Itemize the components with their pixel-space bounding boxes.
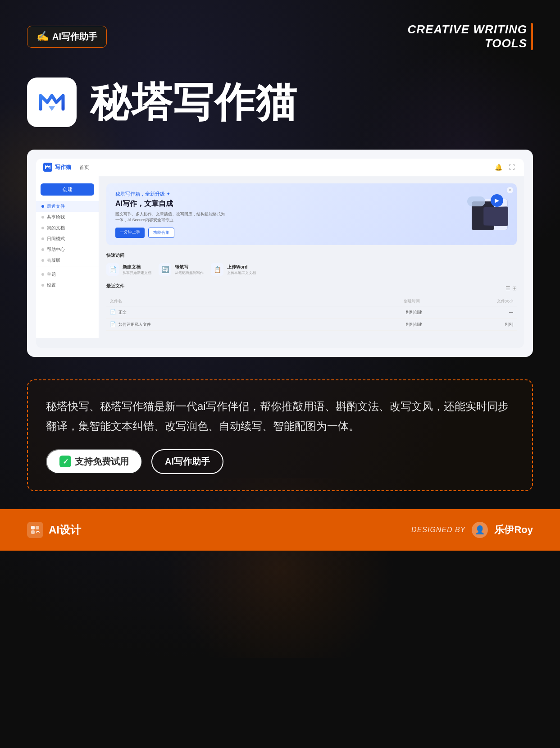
file-name-1: 正文: [118, 310, 300, 315]
sidebar-item-recent[interactable]: 最近文件: [36, 201, 99, 212]
file-icon-2: 📄: [110, 321, 116, 328]
hero-subtitle: 秘塔写作箱，全新升级 ✦: [115, 191, 228, 197]
quick-name-word: 上传Word: [227, 264, 256, 270]
sidebar-label-help: 帮助中心: [47, 246, 65, 253]
sidebar-dot-upgrade: [41, 259, 44, 262]
illus-play-btn: ▶: [491, 194, 503, 207]
bg-glow-bottom: [145, 478, 415, 658]
sidebar-label-upgrade: 去版版: [47, 257, 60, 264]
file-size-1: —: [422, 310, 513, 315]
sidebar-item-upgrade[interactable]: 去版版: [36, 255, 99, 266]
sidebar-item-shared[interactable]: 共享给我: [36, 212, 99, 223]
quick-desc-transfer: 从笔记跨越到写作: [175, 270, 204, 275]
file-date-1: 刚刚创建: [300, 310, 422, 315]
footer-right: DESIGNED BY 👤 乐伊Roy: [411, 522, 533, 538]
quick-desc-word: 上传本地工文文档: [227, 270, 256, 275]
recent-files-header: 最近文件 ☰ ⊞: [106, 283, 517, 294]
btn-ai-label: AI写作助手: [165, 456, 210, 468]
pencil-icon: ✍️: [36, 31, 49, 42]
screenshot-icons: 🔔 ⛶: [493, 162, 517, 172]
quick-item-word[interactable]: 📋 上传Word 上传本地工文文档: [211, 263, 256, 276]
table-header: 文件名 创建时间 文件大小: [106, 296, 517, 306]
file-icon-1: 📄: [110, 309, 116, 315]
grid-view-icon[interactable]: ⊞: [512, 285, 517, 292]
quick-access-list: 📄 新建文档 从零开始新建文档 🔄 转笔写 从笔记跨越到写: [106, 263, 517, 276]
description-box: 秘塔快写、秘塔写作猫是新一代ai写作伴侣，帮你推敲用语、斟酌文法、改写文风，还能…: [27, 379, 533, 491]
footer-avatar: 👤: [472, 522, 488, 538]
recent-view-icons: ☰ ⊞: [505, 285, 517, 292]
screenshot-logo-text: 写作猫: [55, 164, 71, 171]
creative-title-line2: TOOLS: [408, 36, 527, 50]
sidebar-dot-settings: [41, 284, 44, 287]
notification-icon[interactable]: 🔔: [493, 162, 503, 172]
check-mark: ✓: [63, 457, 68, 466]
sidebar-item-theme[interactable]: 主题: [36, 269, 99, 280]
quick-access-title: 快速访问: [106, 252, 517, 259]
sidebar-label-shared: 共享给我: [47, 214, 65, 220]
sidebar-item-mydocs[interactable]: 我的文档: [36, 223, 99, 233]
svg-marker-0: [49, 106, 55, 111]
sidebar-create-btn[interactable]: 创建: [41, 183, 94, 196]
quick-desc-new: 从零开始新建文档: [123, 270, 151, 275]
expand-icon[interactable]: ⛶: [507, 162, 517, 172]
main-content: ✍️ AI写作助手 CREATIVE WRITING TOOLS: [0, 0, 560, 491]
sidebar-label-settings: 设置: [47, 282, 56, 288]
header-row: ✍️ AI写作助手 CREATIVE WRITING TOOLS: [27, 23, 533, 50]
footer-logo-svg: [30, 525, 40, 535]
app-screenshot: 写作猫 首页 🔔 ⛶ 创建 最近文件: [27, 150, 533, 357]
btn-free-label: 支持免费试用: [75, 456, 129, 468]
sidebar-item-settings[interactable]: 设置: [36, 280, 99, 291]
sidebar-dot-help: [41, 248, 44, 251]
description-text: 秘塔快写、秘塔写作猫是新一代ai写作伴侣，帮你推敲用语、斟酌文法、改写文风，还能…: [46, 397, 514, 435]
svg-rect-2: [36, 526, 39, 529]
screenshot-logo-svg: [45, 164, 51, 170]
screenshot-hero: 秘塔写作箱，全新升级 ✦ AI写作，文章自成 图文写作、多人协作、文章插值、改写…: [106, 183, 517, 245]
quick-icon-new: 📄: [106, 263, 119, 276]
svg-rect-1: [31, 526, 35, 529]
app-logo-svg: [36, 87, 68, 118]
col-header-date: 创建时间: [296, 298, 420, 304]
hero-title: AI写作，文章自成: [115, 199, 228, 209]
illus-wrapper: ▶: [449, 194, 508, 230]
table-row-2[interactable]: 📄 如何运用私人文件 刚刚创建 刚刚: [106, 319, 517, 331]
screenshot-content: 秘塔写作箱，全新升级 ✦ AI写作，文章自成 图文写作、多人协作、文章插值、改写…: [99, 176, 524, 338]
avatar-emoji: 👤: [475, 525, 485, 535]
file-size-2: 刚刚: [422, 322, 513, 328]
sidebar-dot-shared: [41, 216, 44, 219]
ai-badge[interactable]: ✍️ AI写作助手: [27, 26, 107, 48]
app-icon: [27, 78, 77, 127]
title-bar-decoration: [531, 23, 533, 50]
screenshot-nav-tab[interactable]: 首页: [76, 163, 93, 172]
hero-illustration: ▶: [449, 199, 508, 230]
creative-title: CREATIVE WRITING TOOLS: [408, 23, 533, 50]
footer-author: 乐伊Roy: [494, 523, 533, 537]
screenshot-inner: 写作猫 首页 🔔 ⛶ 创建 最近文件: [36, 159, 524, 348]
quick-text-word: 上传Word 上传本地工文文档: [227, 264, 256, 275]
hero-btn-features[interactable]: 功能合集: [148, 228, 174, 238]
sidebar-item-help[interactable]: 帮助中心: [36, 244, 99, 255]
quick-item-transfer[interactable]: 🔄 转笔写 从笔记跨越到写作: [159, 263, 204, 276]
hero-btn-quickstart[interactable]: 一分钟上手: [115, 228, 145, 238]
quick-text-new: 新建文档 从零开始新建文档: [123, 264, 151, 275]
sidebar-label-daymode: 日间模式: [47, 236, 65, 242]
hero-close-btn[interactable]: ×: [507, 187, 513, 193]
footer-logo-text: AI设计: [49, 523, 81, 537]
list-view-icon[interactable]: ☰: [505, 285, 510, 292]
sidebar-item-daymode[interactable]: 日间模式: [36, 233, 99, 244]
table-row-1[interactable]: 📄 正文 刚刚创建 —: [106, 306, 517, 319]
creative-title-line1: CREATIVE WRITING: [408, 23, 527, 36]
btn-free-trial[interactable]: ✓ 支持免费试用: [46, 449, 142, 474]
hero-desc: 图文写作、多人协作、文章插值、改写回应，结构超能格式为一体，Al Secure内…: [115, 211, 228, 223]
screenshot-logo: 写作猫: [43, 163, 71, 172]
illus-cloud: [467, 196, 485, 206]
check-icon: ✓: [59, 456, 71, 467]
footer: AI设计 DESIGNED BY 👤 乐伊Roy: [0, 509, 560, 551]
file-date-2: 刚刚创建: [300, 322, 422, 328]
recent-files-title: 最近文件: [106, 283, 124, 289]
illus-device: [483, 206, 508, 226]
sidebar-label-theme: 主题: [47, 271, 56, 278]
quick-icon-transfer: 🔄: [159, 263, 171, 276]
btn-ai-writing[interactable]: AI写作助手: [151, 449, 223, 474]
svg-rect-3: [31, 530, 35, 534]
quick-item-new[interactable]: 📄 新建文档 从零开始新建文档: [106, 263, 151, 276]
